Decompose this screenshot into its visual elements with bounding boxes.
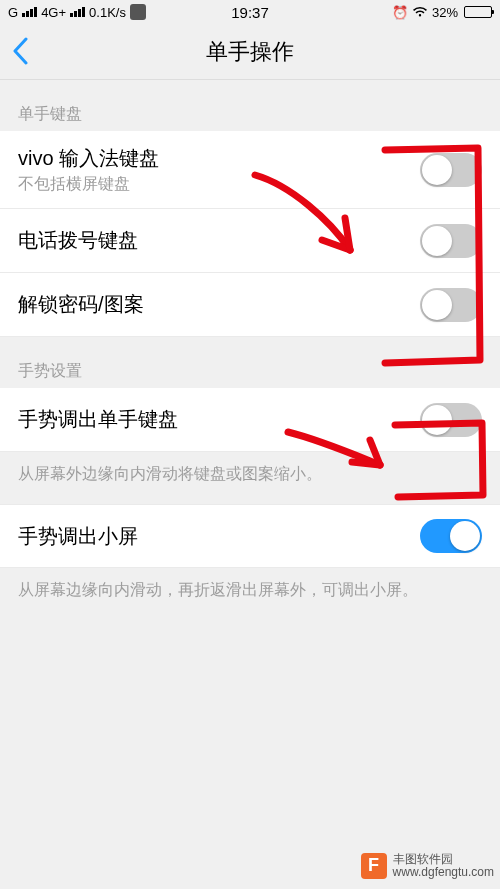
row-label-block: vivo 输入法键盘 不包括横屏键盘 xyxy=(18,145,159,195)
battery-icon xyxy=(462,6,492,18)
row-subtitle: 不包括横屏键盘 xyxy=(18,174,159,195)
back-button[interactable] xyxy=(12,37,32,67)
toggle-knob xyxy=(422,226,452,256)
status-bar: G 4G+ 0.1K/s 19:37 ⏰ 32% xyxy=(0,0,500,24)
toggle-knob xyxy=(422,290,452,320)
status-right: ⏰ 32% xyxy=(392,5,492,20)
watermark-text: 丰图软件园 www.dgfengtu.com xyxy=(393,853,494,879)
status-left: G 4G+ 0.1K/s xyxy=(8,4,146,20)
toggle-knob xyxy=(422,155,452,185)
row-title: 解锁密码/图案 xyxy=(18,291,144,318)
signal-icon xyxy=(22,7,37,17)
row-gesture-miniscreen[interactable]: 手势调出小屏 xyxy=(0,504,500,568)
row-title: 手势调出单手键盘 xyxy=(18,406,178,433)
watermark-logo-icon: F xyxy=(361,853,387,879)
wifi-icon xyxy=(412,6,428,18)
alarm-icon: ⏰ xyxy=(392,5,408,20)
section-header-keyboard: 单手键盘 xyxy=(0,80,500,131)
wechat-icon xyxy=(130,4,146,20)
row-title: 手势调出小屏 xyxy=(18,523,138,550)
row-title: 电话拨号键盘 xyxy=(18,227,138,254)
toggle-vivo-ime[interactable] xyxy=(420,153,482,187)
signal-icon-2 xyxy=(70,7,85,17)
nav-bar: 单手操作 xyxy=(0,24,500,80)
status-time: 19:37 xyxy=(231,4,269,21)
toggle-unlock[interactable] xyxy=(420,288,482,322)
row-dialer[interactable]: 电话拨号键盘 xyxy=(0,209,500,273)
toggle-dialer[interactable] xyxy=(420,224,482,258)
battery-pct: 32% xyxy=(432,5,458,20)
watermark: F 丰图软件园 www.dgfengtu.com xyxy=(355,849,500,883)
row-vivo-ime[interactable]: vivo 输入法键盘 不包括横屏键盘 xyxy=(0,131,500,209)
data-speed: 0.1K/s xyxy=(89,5,126,20)
page-title: 单手操作 xyxy=(206,37,294,67)
toggle-knob xyxy=(422,405,452,435)
toggle-knob xyxy=(450,521,480,551)
row-unlock[interactable]: 解锁密码/图案 xyxy=(0,273,500,337)
note-gesture-keyboard: 从屏幕外边缘向内滑动将键盘或图案缩小。 xyxy=(0,452,500,504)
watermark-line1: 丰图软件园 xyxy=(393,853,494,866)
row-gesture-keyboard[interactable]: 手势调出单手键盘 xyxy=(0,388,500,452)
toggle-gesture-keyboard[interactable] xyxy=(420,403,482,437)
note-gesture-miniscreen: 从屏幕边缘向内滑动，再折返滑出屏幕外，可调出小屏。 xyxy=(0,568,500,620)
network-4g: 4G+ xyxy=(41,5,66,20)
toggle-gesture-miniscreen[interactable] xyxy=(420,519,482,553)
section-header-gesture: 手势设置 xyxy=(0,337,500,388)
row-title: vivo 输入法键盘 xyxy=(18,145,159,172)
watermark-line2: www.dgfengtu.com xyxy=(393,866,494,879)
network-g: G xyxy=(8,5,18,20)
